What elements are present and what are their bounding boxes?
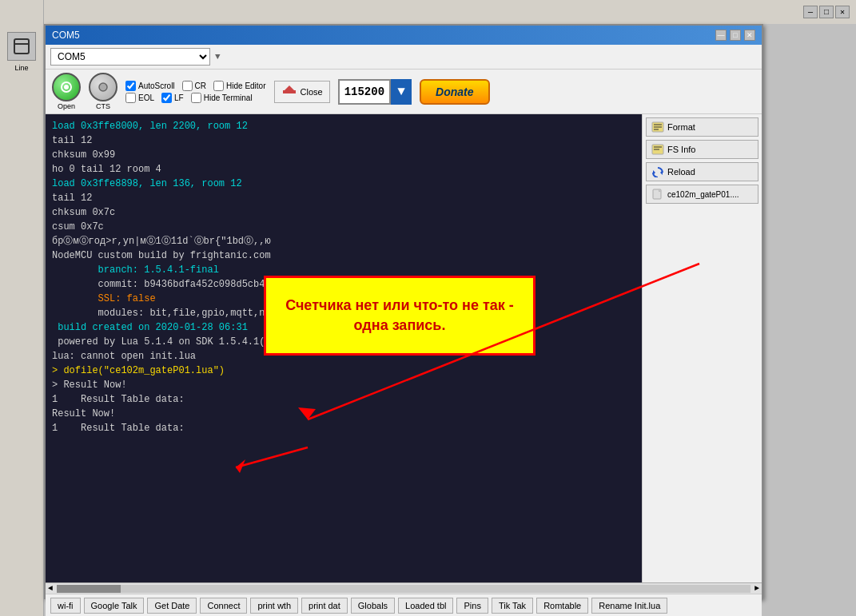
bottom-btn-rename-init.lua[interactable]: Rename Init.lua [591, 598, 667, 614]
checkboxes-group: AutoScroll CR Hide Editor EOL LF Hide Te… [125, 81, 266, 103]
title-bar-controls: — □ ✕ [715, 30, 755, 41]
scroll-track [57, 585, 750, 593]
horizontal-scrollbar[interactable]: ◄ ► [46, 582, 762, 594]
fs-info-label: FS Info [667, 145, 695, 154]
scroll-right-btn[interactable]: ► [752, 584, 762, 593]
file-label: ce102m_gateP01.... [667, 190, 739, 199]
open-button[interactable] [52, 73, 81, 101]
com-port-bar: COM5 ▼ [46, 45, 762, 70]
lf-checkbox[interactable] [161, 93, 172, 103]
svg-point-4 [99, 83, 107, 91]
baud-rate-group: 115200 ▼ [338, 79, 412, 105]
baud-rate-dropdown[interactable]: ▼ [391, 79, 412, 105]
svg-rect-0 [14, 39, 29, 54]
format-icon [651, 121, 664, 133]
format-button[interactable]: Format [646, 117, 758, 137]
cr-checkbox[interactable] [182, 81, 193, 91]
cr-label: CR [195, 81, 206, 90]
right-panel: Format FS Info Reload [642, 114, 762, 582]
tb-close[interactable]: ✕ [744, 30, 755, 41]
autoscroll-checkbox[interactable] [125, 81, 136, 91]
bottom-btn-wi-fi[interactable]: wi-fi [50, 598, 81, 614]
window-title: COM5 [52, 30, 80, 41]
lf-label: LF [174, 93, 184, 102]
bottom-btn-print-wth[interactable]: print wth [250, 598, 298, 614]
baud-rate-display: 115200 [338, 79, 391, 105]
scroll-thumb[interactable] [57, 585, 121, 593]
donate-button[interactable]: Donate [420, 79, 489, 105]
cts-button[interactable] [89, 73, 117, 101]
hide-terminal-label: Hide Terminal [204, 93, 253, 102]
reload-icon [651, 166, 664, 177]
com-port-select[interactable]: COM5 [50, 48, 210, 66]
bottom-bar-row1: wi-fiGoogle TalkGet DateConnectprint wth… [46, 594, 762, 616]
maximize-button[interactable]: □ [819, 6, 834, 18]
toolbar: Open CTS AutoScroll CR Hide Editor [46, 70, 762, 114]
eol-label: EOL [138, 93, 154, 102]
open-label: Open [58, 102, 75, 110]
hide-editor-label: Hide Editor [226, 81, 265, 90]
close-button[interactable]: ✕ [835, 6, 850, 18]
reload-label: Reload [667, 167, 695, 177]
bottom-btn-pins[interactable]: Pins [456, 598, 488, 614]
sidebar-line-icon[interactable] [7, 32, 36, 61]
left-sidebar: Line [0, 0, 44, 616]
minimize-button[interactable]: — [803, 6, 818, 18]
bottom-btn-romtable[interactable]: Romtable [536, 598, 588, 614]
bottom-btn-get-date[interactable]: Get Date [147, 598, 197, 614]
reload-button[interactable]: Reload [646, 162, 758, 181]
port-dropdown-arrow: ▼ [215, 52, 221, 62]
title-bar: COM5 — □ ✕ [46, 26, 762, 45]
window-top-bar: — □ ✕ [0, 0, 856, 24]
close-label: Close [301, 87, 323, 97]
bottom-btn-loaded-tbl[interactable]: Loaded tbl [398, 598, 453, 614]
hide-terminal-checkbox[interactable] [191, 93, 201, 103]
hide-editor-checkbox[interactable] [213, 81, 224, 91]
tb-minimize[interactable]: — [715, 30, 727, 41]
bottom-btn-print-dat[interactable]: print dat [301, 598, 348, 614]
bottom-btn-tik-tak[interactable]: Tik Tak [492, 598, 533, 614]
scroll-left-btn[interactable]: ◄ [46, 584, 55, 593]
cts-label: CTS [96, 102, 110, 110]
close-button[interactable]: Close [274, 81, 330, 103]
autoscroll-label: AutoScroll [138, 81, 175, 90]
svg-point-3 [64, 85, 69, 89]
eol-checkbox[interactable] [125, 93, 136, 103]
svg-marker-6 [283, 85, 296, 92]
file-icon [651, 189, 664, 200]
sidebar-line-label: Line [14, 64, 28, 72]
fs-info-icon [651, 144, 664, 155]
svg-marker-14 [660, 170, 663, 175]
file-button[interactable]: ce102m_gateP01.... [646, 185, 758, 204]
fs-info-button[interactable]: FS Info [646, 140, 758, 159]
svg-marker-15 [653, 170, 655, 175]
format-label: Format [667, 122, 695, 132]
bottom-btn-google-talk[interactable]: Google Talk [84, 598, 145, 614]
bottom-btn-globals[interactable]: Globals [351, 598, 395, 614]
tb-maximize[interactable]: □ [730, 30, 741, 41]
bottom-btn-connect[interactable]: Connect [200, 598, 247, 614]
annotation-box: Счетчика нет или что-то не так - одна за… [264, 276, 535, 356]
